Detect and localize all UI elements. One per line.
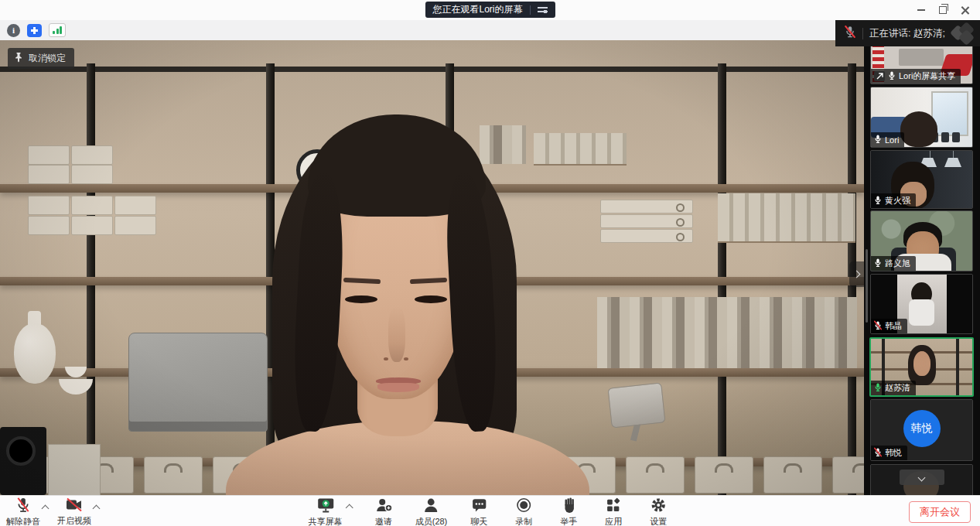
share-options-caret[interactable] — [345, 504, 353, 511]
invite-button[interactable]: 邀请 — [370, 497, 397, 526]
main-video[interactable]: 取消锁定 — [0, 40, 864, 495]
mic-active-icon — [874, 382, 882, 394]
minimize-icon — [917, 9, 925, 11]
self-mic-muted-icon — [845, 26, 855, 41]
window-titlebar: 您正在观看Lori的屏幕 — [0, 0, 980, 21]
meeting-info-bar: i — [0, 20, 980, 41]
chat-label: 聊天 — [470, 517, 487, 526]
video-options-caret[interactable] — [93, 505, 101, 513]
mic-status-icon — [874, 134, 882, 145]
members-label: 成员(28) — [415, 517, 448, 526]
mic-status-icon — [874, 195, 882, 207]
participant-thumb-luyixu[interactable]: 路义旭 — [870, 210, 973, 272]
video-preview — [871, 465, 972, 495]
handle-boxes — [600, 200, 693, 213]
participant-thumb-screen-share[interactable]: Lori的屏幕共享 — [870, 43, 973, 84]
viewing-banner-text: 您正在观看Lori的屏幕 — [432, 3, 522, 16]
participant-thumb-zhaosuqing-active[interactable]: 赵苏清 — [869, 337, 974, 397]
unmute-label: 解除静音 — [6, 517, 40, 526]
pill-divider — [530, 5, 531, 15]
apps-button[interactable]: 应用 — [600, 497, 627, 526]
active-speaker-bar: 正在讲话: 赵苏清; — [835, 20, 980, 46]
apps-grid-icon — [606, 497, 621, 516]
members-button[interactable]: 成员(28) — [415, 497, 448, 526]
apps-label: 应用 — [605, 517, 622, 526]
tablet-prop — [607, 382, 665, 428]
unpin-label: 取消锁定 — [29, 52, 66, 65]
invite-label: 邀请 — [375, 517, 392, 526]
app-logo-watermark — [951, 22, 977, 45]
share-screen-label: 共享屏幕 — [309, 517, 343, 526]
chat-button[interactable]: 聊天 — [466, 497, 492, 526]
settings-label: 设置 — [650, 517, 667, 526]
mic-muted-icon — [874, 320, 882, 332]
raise-hand-button[interactable]: 举手 — [555, 497, 582, 526]
laptop-prop — [128, 333, 268, 432]
record-circle-icon — [516, 497, 531, 516]
participants-sidebar: Lori的屏幕共享 Lori 黄火强 — [864, 40, 980, 495]
speaker-bar-divider — [862, 28, 863, 39]
avatar: 韩悦 — [903, 410, 941, 447]
mic-muted-icon — [874, 447, 882, 459]
books-row — [597, 297, 857, 368]
participant-name: Lori — [885, 135, 899, 145]
chat-bubble-icon — [471, 497, 487, 516]
invite-person-icon — [375, 497, 392, 516]
record-label: 录制 — [515, 517, 532, 526]
scroll-down-button[interactable] — [900, 470, 944, 485]
bottom-toolbar: 解除静音 开启视频 — [0, 495, 980, 526]
minimize-button[interactable] — [910, 0, 932, 20]
security-shield-icon[interactable] — [27, 24, 42, 37]
participant-thumb-partial[interactable] — [870, 464, 973, 495]
leave-meeting-button[interactable]: 离开会议 — [909, 501, 971, 523]
participant-thumb-huanghuoqiang[interactable]: 黄火强 — [870, 150, 973, 209]
share-screen-button[interactable]: 共享屏幕 — [309, 497, 343, 526]
close-button[interactable] — [954, 0, 975, 20]
settings-button[interactable]: 设置 — [645, 497, 671, 526]
participant-name: 赵苏清 — [885, 382, 910, 394]
sidebar-scrollbar[interactable] — [866, 249, 868, 323]
raised-hand-icon — [562, 497, 576, 516]
binders — [718, 193, 855, 243]
screen-share-icon — [874, 71, 885, 81]
unmute-button[interactable]: 解除静音 — [6, 497, 40, 526]
share-screen-icon — [317, 497, 334, 516]
raise-hand-label: 举手 — [560, 517, 577, 526]
close-icon — [961, 6, 968, 14]
restore-button[interactable] — [932, 0, 954, 20]
unpin-button[interactable]: 取消锁定 — [8, 48, 74, 69]
participant-name: 路义旭 — [885, 258, 910, 269]
participant-name: 韩晶 — [885, 320, 902, 332]
window-controls — [910, 0, 975, 20]
camera-prop — [0, 427, 46, 495]
camera-off-icon — [66, 497, 83, 515]
mic-muted-icon — [15, 497, 31, 516]
participant-name: Lori的屏幕共享 — [899, 70, 955, 82]
sidebar-collapse-tab[interactable] — [849, 261, 864, 287]
mic-options-caret[interactable] — [42, 505, 50, 513]
participant-thumb-hanyue[interactable]: 韩悦 韩悦 — [870, 399, 973, 461]
network-signal-icon[interactable] — [49, 23, 66, 37]
members-person-icon — [423, 497, 440, 516]
mic-status-icon — [888, 70, 896, 82]
start-video-button[interactable]: 开启视频 — [57, 497, 91, 525]
pin-icon — [14, 52, 23, 65]
banner-menu-icon[interactable] — [538, 6, 548, 14]
speaking-now-label: 正在讲话: 赵苏清; — [869, 27, 945, 40]
start-video-label: 开启视频 — [57, 516, 91, 525]
participant-thumb-hanjing[interactable]: 韩晶 — [870, 274, 973, 334]
meeting-info-icon[interactable]: i — [7, 24, 20, 37]
viewing-banner[interactable]: 您正在观看Lori的屏幕 — [425, 2, 555, 18]
participant-name: 韩悦 — [885, 447, 902, 459]
record-button[interactable]: 录制 — [510, 497, 537, 526]
participant-thumb-lori[interactable]: Lori — [870, 87, 973, 148]
chevron-down-icon — [918, 473, 926, 481]
mic-status-icon — [874, 258, 882, 269]
participant-name: 黄火强 — [885, 195, 910, 207]
restore-icon — [939, 6, 947, 14]
gear-icon — [650, 497, 666, 516]
chevron-right-icon — [853, 271, 861, 278]
